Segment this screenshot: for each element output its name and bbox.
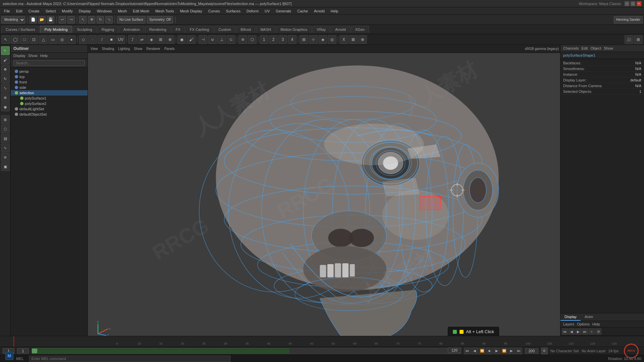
menu-item-modify[interactable]: Modify — [59, 8, 75, 14]
tab-fx[interactable]: FX — [171, 26, 185, 33]
next-key-btn[interactable]: ⏩ — [501, 348, 507, 354]
tab-bifrost[interactable]: Bifrost — [236, 26, 255, 33]
minimize-button[interactable]: ─ — [625, 1, 629, 6]
face-icon[interactable]: ■ — [107, 35, 116, 44]
workspace-select[interactable]: Modeling — [1, 16, 25, 23]
undo-icon[interactable]: ↩ — [59, 16, 66, 23]
layers-nav-prev[interactable]: ◀ — [569, 328, 575, 335]
tree-item-side[interactable]: side — [11, 85, 88, 90]
menu-item-uv[interactable]: UV — [262, 8, 272, 14]
merge-icon[interactable]: ⊕ — [166, 35, 174, 44]
paint-tool-btn[interactable]: 🖌 — [1, 56, 10, 64]
vp-menu-show[interactable]: Show — [132, 47, 144, 51]
sphere-icon[interactable]: ◯ — [11, 35, 19, 44]
vp-menu-panels[interactable]: Panels — [163, 47, 176, 51]
mel-input[interactable] — [29, 356, 230, 362]
menu-item-mesh-tools[interactable]: Mesh Tools — [153, 8, 176, 14]
layers-btn-layers[interactable]: Layers — [563, 322, 574, 326]
skip-end-btn[interactable]: ⏭ — [516, 348, 522, 354]
tree-item-front[interactable]: front — [11, 79, 88, 85]
curve-tool-btn[interactable]: ∿ — [1, 143, 10, 152]
extrude-icon[interactable]: ⤴ — [128, 35, 137, 44]
prev-frame-btn[interactable]: ◀ — [471, 348, 478, 354]
isolate-icon[interactable]: ⊕ — [358, 35, 367, 44]
torus-icon[interactable]: ◎ — [58, 35, 66, 44]
layers-btn-options[interactable]: Options — [577, 322, 590, 326]
menu-item-select[interactable]: Select — [43, 8, 59, 14]
snap-point-icon[interactable]: ⊹ — [309, 35, 318, 44]
soft-select-tool-btn[interactable]: ◉ — [1, 103, 10, 111]
next-frame-btn[interactable]: ▶ — [508, 348, 515, 354]
select-tool-btn[interactable]: ↖ — [1, 46, 10, 55]
rotate-tool-btn[interactable]: ↻ — [1, 74, 10, 83]
tab-motion-graphics[interactable]: Motion Graphics — [276, 26, 312, 33]
menu-item-cache[interactable]: Cache — [294, 8, 311, 14]
display-wire-icon[interactable]: 2 — [269, 35, 278, 44]
timeline[interactable]: 5101520253035404550556065707580859095100… — [0, 336, 644, 347]
tree-item-persp[interactable]: persp — [11, 69, 88, 74]
layers-add[interactable]: + — [589, 328, 595, 335]
tab-xgen[interactable]: XGen — [351, 26, 369, 33]
vp-menu-renderer[interactable]: Renderer — [145, 47, 162, 51]
menu-item-edit-mesh[interactable]: Edit Mesh — [130, 8, 152, 14]
layout-icon[interactable]: ⊞ — [634, 35, 643, 44]
backface-icon[interactable]: ⊠ — [349, 35, 358, 44]
menu-item-mesh-display[interactable]: Mesh Display — [177, 8, 205, 14]
new-file-icon[interactable]: 📄 — [30, 16, 37, 23]
viewport[interactable]: ViewShadingLightingShowRendererPanelssRG… — [88, 45, 560, 336]
scale-tool-icon[interactable]: ⤡ — [105, 16, 113, 23]
ch-header-channels[interactable]: Channels — [563, 46, 579, 50]
snap-grid-btn[interactable]: ⊞ — [1, 115, 10, 124]
outliner-menu-show[interactable]: Show — [28, 54, 38, 58]
cube-icon[interactable]: □ — [20, 35, 29, 44]
render-tool-btn[interactable]: ▣ — [1, 162, 10, 171]
layers-nav-end[interactable]: ⏭ — [582, 328, 588, 335]
tree-item-top[interactable]: top — [11, 74, 88, 79]
deform-tool-btn[interactable]: ⊜ — [1, 153, 10, 162]
bridge-icon[interactable]: ⇌ — [138, 35, 146, 44]
viewport-canvas[interactable]: 人人素材 RRCG 人人素材 RRCG 人人素材 X Y Z persp — [88, 53, 560, 336]
display-shaded-icon[interactable]: 3 — [278, 35, 287, 44]
smooth-icon[interactable]: ≋ — [238, 35, 247, 44]
tree-item-defaultLightSet[interactable]: defaultLightSet — [11, 106, 88, 112]
select-mode-icon[interactable]: ↖ — [1, 35, 10, 44]
range-end-input[interactable] — [448, 348, 461, 353]
vp-menu-view[interactable]: View — [89, 47, 99, 51]
tab-arnold[interactable]: Arnold — [331, 26, 350, 33]
loop-cut-icon[interactable]: ⊞ — [156, 35, 165, 44]
current-frame-input[interactable] — [17, 348, 29, 354]
menu-item-create[interactable]: Create — [26, 8, 42, 14]
maximize-button[interactable]: □ — [631, 1, 635, 6]
bevel-icon[interactable]: ◈ — [147, 35, 156, 44]
prev-key-btn[interactable]: ⏪ — [479, 348, 485, 354]
outliner-menu-help[interactable]: Help — [40, 54, 48, 58]
menu-item-mesh[interactable]: Mesh — [115, 8, 129, 14]
edge-icon[interactable]: / — [98, 35, 106, 44]
combine-icon[interactable]: ⊎ — [208, 35, 217, 44]
tab-vray[interactable]: VRay — [312, 26, 330, 33]
snap-surface-icon[interactable]: ◈ — [318, 35, 327, 44]
tab-rendering[interactable]: Rendering — [145, 26, 171, 33]
end-frame-input[interactable] — [525, 348, 538, 354]
tab-sculpting[interactable]: Sculpting — [73, 26, 97, 33]
polygon-select-icon[interactable]: ◇ — [79, 35, 88, 44]
snap-live-icon[interactable]: ◎ — [328, 35, 336, 44]
skip-start-btn[interactable]: ⏮ — [464, 348, 471, 354]
snap-grid-icon[interactable]: ⊞ — [300, 35, 308, 44]
display-smooth-icon[interactable]: 1 — [260, 35, 268, 44]
close-button[interactable]: ✕ — [637, 1, 641, 6]
tab-custom[interactable]: Custom — [214, 26, 235, 33]
menu-item-deform[interactable]: Deform — [244, 8, 261, 14]
menu-item-generate[interactable]: Generate — [273, 8, 294, 14]
play-btn[interactable]: ▶ — [493, 348, 500, 354]
outliner-search-input[interactable] — [13, 60, 85, 66]
anim-tab-display[interactable]: Display — [560, 313, 581, 321]
cylinder-icon[interactable]: ⊡ — [30, 35, 38, 44]
mirror-icon[interactable]: ⊣ — [199, 35, 207, 44]
playback-options-icon[interactable]: ⚙ — [541, 348, 548, 354]
remesh-icon[interactable]: ⬡ — [248, 35, 257, 44]
layout-tool-btn[interactable]: ▤ — [1, 134, 10, 143]
menu-item-help[interactable]: Help — [328, 8, 341, 14]
layers-nav-next[interactable]: ▶ — [575, 328, 581, 335]
tab-curves-surfaces[interactable]: Curves / Surfaces — [1, 26, 39, 33]
